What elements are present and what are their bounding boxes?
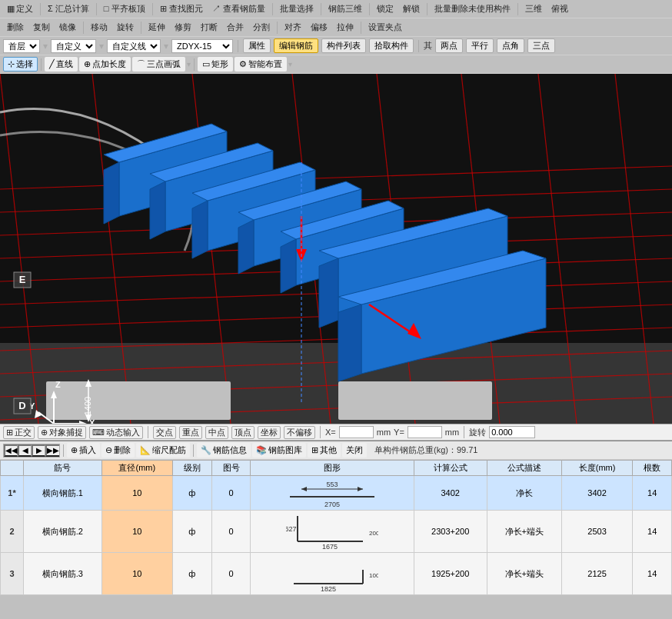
row-length-1: 3402 <box>561 476 633 511</box>
btn-rect[interactable]: ▭ 矩形 <box>198 57 233 72</box>
btn-extend[interactable]: 延伸 <box>145 20 169 35</box>
svg-marker-28 <box>192 201 208 258</box>
btn-insert-rebar[interactable]: ⊕ 插入 <box>67 443 100 458</box>
btn-merge[interactable]: 合并 <box>223 20 248 35</box>
line-value-select[interactable]: ZDYX-15 <box>171 39 233 53</box>
line-icon: ╱ <box>49 59 55 69</box>
btn-select[interactable]: ⊹ 选择 <box>3 57 38 72</box>
row-diam-2[interactable]: 10 <box>101 511 173 553</box>
rotation-input[interactable] <box>489 426 535 438</box>
sep-t2-1 <box>83 22 84 34</box>
btn-offset[interactable]: 偏移 <box>307 20 331 35</box>
btn-delete[interactable]: 删除 <box>3 20 28 35</box>
col-header-shape-num: 图号 <box>211 461 251 476</box>
row-diam-1[interactable]: 10 <box>101 476 173 511</box>
btn-find[interactable]: ⊞ 查找图元 <box>156 2 207 16</box>
btn-sum[interactable]: Σ 汇总计算 <box>44 2 93 16</box>
x-input[interactable] <box>339 426 374 438</box>
btn-break[interactable]: 打断 <box>197 20 221 35</box>
line-type-select[interactable]: 自定义线 <box>107 39 161 53</box>
row-count-1: 14 <box>633 476 672 511</box>
sep-pn-1 <box>63 444 64 457</box>
sep-dr-4: ▾ <box>288 60 292 68</box>
tab-edit-rebar[interactable]: 编辑钢筋 <box>274 38 318 53</box>
dropdown-row: 首层 ▾ 自定义 ▾ 自定义线 ▾ ZDYX-15 属性 编辑钢筋 构件列表 拾… <box>0 37 672 55</box>
row-length-2: 2503 <box>561 511 633 553</box>
btn-split[interactable]: 分割 <box>249 20 274 35</box>
btn-two-point[interactable]: 两点 <box>435 38 463 53</box>
btn-lock[interactable]: 锁定 <box>373 2 398 16</box>
nav-next[interactable]: ▶ <box>32 444 45 457</box>
btn-no-offset[interactable]: 不偏移 <box>284 426 315 439</box>
btn-rebar-lib[interactable]: 📚 钢筋图库 <box>252 443 306 458</box>
row-name-1: 横向钢筋.1 <box>24 476 102 511</box>
table-row[interactable]: 2 横向钢筋.2 10 ф 0 <box>1 511 672 553</box>
btn-batch-delete[interactable]: 批量删除未使用构件 <box>431 2 514 16</box>
btn-rebar-info[interactable]: 🔧 钢筋信息 <box>197 443 251 458</box>
btn-dynamic-input[interactable]: ⌨ 动态输入 <box>89 426 143 439</box>
table-header-row: 筋号 直径(mm) 级别 图号 图形 计算公式 公式描述 长度(mm) 根数 <box>1 461 672 476</box>
btn-arc[interactable]: ⌒ 三点画弧 <box>132 57 185 72</box>
sep-sb-2 <box>320 426 321 438</box>
btn-batch-select[interactable]: 批量选择 <box>276 2 318 16</box>
nav-first[interactable]: ◀◀ <box>4 444 18 457</box>
btn-trim[interactable]: 修剪 <box>171 20 195 35</box>
col-header-grade: 级别 <box>173 461 212 476</box>
btn-unlock[interactable]: 解锁 <box>399 2 424 16</box>
btn-align-top[interactable]: □ 平齐板顶 <box>100 2 149 16</box>
btn-scale-rebar[interactable]: 📐 缩尺配筋 <box>136 443 190 458</box>
btn-corner[interactable]: 点角 <box>497 38 524 53</box>
btn-top-view[interactable]: 俯视 <box>547 2 572 16</box>
btn-set-grip[interactable]: 设置夹点 <box>364 20 406 35</box>
btn-move[interactable]: 移动 <box>87 20 111 35</box>
sep-sb-1 <box>148 426 148 438</box>
btn-point-length[interactable]: ⊕ 点加长度 <box>79 57 131 72</box>
layer-select[interactable]: 首层 <box>3 39 40 53</box>
table-row[interactable]: 3 横向钢筋.3 10 ф 0 1825 100 <box>1 553 672 595</box>
custom-select[interactable]: 自定义 <box>51 39 96 53</box>
btn-snap[interactable]: ⊕ 对象捕捉 <box>38 426 86 439</box>
btn-midpoint2[interactable]: 重点 <box>179 426 202 439</box>
btn-copy[interactable]: 复制 <box>29 20 54 35</box>
bottom-panel: ◀◀ ◀ ▶ ▶▶ ⊕ 插入 ⊖ 删除 📐 缩尺配筋 🔧 钢筋信息 <box>0 441 672 595</box>
btn-delete-rebar[interactable]: ⊖ 删除 <box>101 443 135 458</box>
btn-smart-place[interactable]: ⚙ 智能布置 <box>235 57 287 72</box>
btn-rotate[interactable]: 旋转 <box>113 20 138 35</box>
tab-component-list[interactable]: 构件列表 <box>321 38 366 53</box>
tab-pick-component[interactable]: 拾取构件 <box>369 38 414 53</box>
btn-define[interactable]: ▦ 定义 <box>3 2 37 16</box>
nav-last[interactable]: ▶▶ <box>45 444 59 457</box>
btn-vertex[interactable]: 顶点 <box>231 426 254 439</box>
nav-prev[interactable]: ◀ <box>18 444 32 457</box>
btn-orthogonal[interactable]: ⊞ 正交 <box>3 426 35 439</box>
table-row[interactable]: 1* 横向钢筋.1 10 ф 0 <box>1 476 672 511</box>
btn-three-point[interactable]: 三点 <box>527 38 555 53</box>
btn-close-panel[interactable]: 关闭 <box>342 443 367 458</box>
sep-5 <box>321 3 321 15</box>
btn-3d[interactable]: 三维 <box>521 2 546 16</box>
btn-intersect[interactable]: 交点 <box>153 426 176 439</box>
btn-coord[interactable]: 坐标 <box>258 426 281 439</box>
row-formula-3: 1925+200 <box>414 553 487 595</box>
x-label: X= <box>325 428 336 437</box>
row-grade-2: ф <box>173 511 212 553</box>
row-grade-1: ф <box>173 476 212 511</box>
row-diam-3[interactable]: 10 <box>101 553 173 595</box>
btn-align[interactable]: 对齐 <box>281 20 305 35</box>
btn-parallel[interactable]: 平行 <box>466 38 494 53</box>
app-container: ▦ 定义 Σ 汇总计算 □ 平齐板顶 ⊞ 查找图元 ↗ 查看钢筋量 批量选择 钢… <box>0 0 672 595</box>
rebar-table-container: 筋号 直径(mm) 级别 图号 图形 计算公式 公式描述 长度(mm) 根数 1… <box>0 460 672 595</box>
row-name-3: 横向钢筋.3 <box>24 553 102 595</box>
btn-mirror[interactable]: 镜像 <box>55 20 80 35</box>
toolbar-row-1: ▦ 定义 Σ 汇总计算 □ 平齐板顶 ⊞ 查找图元 ↗ 查看钢筋量 批量选择 钢… <box>0 0 672 18</box>
y-input[interactable] <box>408 426 442 438</box>
sep-dr-2: ▾ <box>187 60 191 68</box>
btn-line[interactable]: ╱ 直线 <box>45 57 78 72</box>
btn-rebar-3d[interactable]: 钢筋三维 <box>324 2 366 16</box>
btn-midpoint[interactable]: 中点 <box>205 426 228 439</box>
tab-properties[interactable]: 属性 <box>243 38 271 53</box>
btn-stretch[interactable]: 拉伸 <box>333 20 358 35</box>
btn-other[interactable]: ⊞ 其他 <box>308 443 341 458</box>
grid-icon: ▦ <box>7 4 15 14</box>
btn-view-rebar[interactable]: ↗ 查看钢筋量 <box>208 2 269 16</box>
